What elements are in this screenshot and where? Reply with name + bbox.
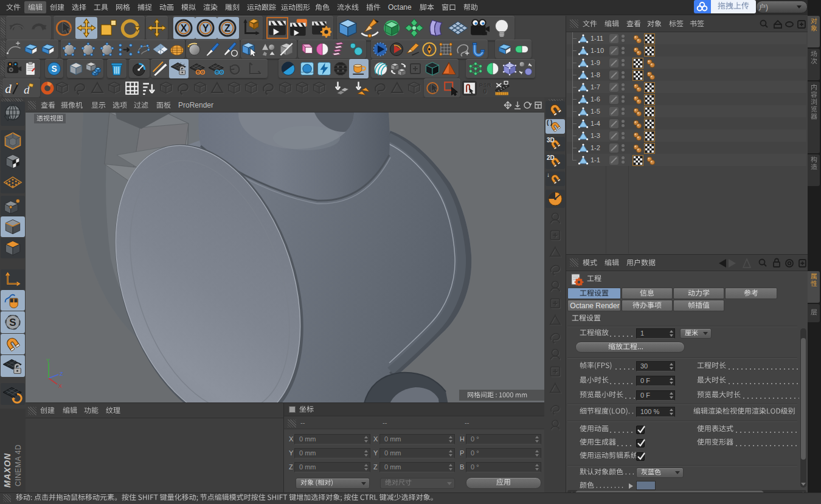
svg-text:X: X [181, 23, 187, 33]
svg-text:X: X [58, 383, 62, 389]
svg-text:Z: Z [224, 23, 230, 33]
svg-text:Y: Y [203, 23, 209, 33]
svg-text:Y: Y [46, 357, 50, 364]
svg-text:Z: Z [60, 371, 63, 377]
